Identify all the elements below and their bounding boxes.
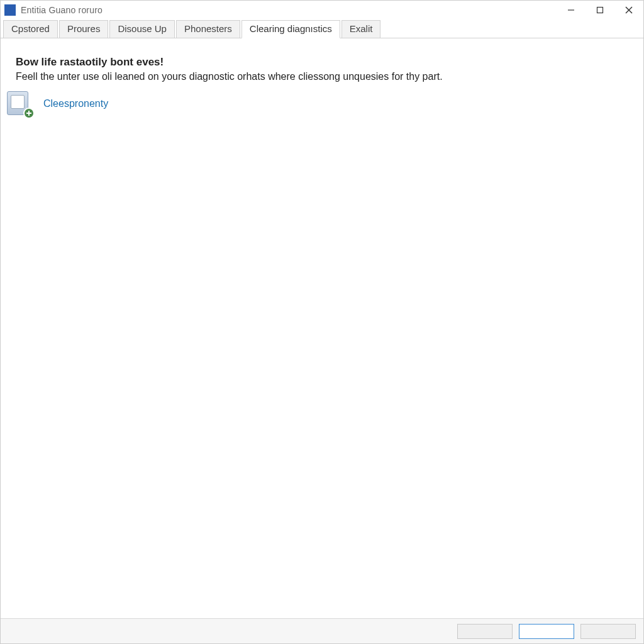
footer-button-2[interactable] bbox=[519, 624, 574, 639]
tab-disouse-up[interactable]: Disouse Up bbox=[109, 20, 175, 38]
close-button[interactable] bbox=[614, 1, 643, 19]
minimize-button[interactable] bbox=[557, 1, 586, 19]
window-frame: Entitia Guano roruro Cpstored Proures Di… bbox=[0, 0, 644, 644]
tab-cpstored[interactable]: Cpstored bbox=[3, 20, 58, 38]
svg-rect-1 bbox=[597, 8, 603, 13]
dialog-footer bbox=[1, 618, 643, 643]
tab-content: Bow life rastaotily bont eves! Feell the… bbox=[1, 38, 643, 618]
tab-label: Proures bbox=[67, 23, 101, 34]
tab-label: Clearing diagnıstics bbox=[250, 23, 332, 34]
tab-phonesters[interactable]: Phonesters bbox=[176, 20, 240, 38]
diagnostic-link[interactable]: Cleespronenty bbox=[43, 98, 108, 109]
minimize-icon bbox=[567, 6, 575, 14]
content-subtext: Feell the unter use oli leaned on yours … bbox=[16, 71, 628, 82]
window-controls bbox=[557, 1, 643, 19]
app-icon bbox=[4, 4, 16, 16]
diagnostic-package-icon bbox=[4, 89, 35, 119]
maximize-icon bbox=[596, 6, 604, 14]
tab-label: Disouse Up bbox=[118, 23, 167, 34]
tab-exalit[interactable]: Exalit bbox=[341, 20, 381, 38]
tab-label: Exalit bbox=[350, 23, 373, 34]
diagnostic-link-row: Cleespronenty bbox=[4, 89, 628, 119]
window-title: Entitia Guano roruro bbox=[21, 5, 557, 15]
footer-button-3[interactable] bbox=[580, 624, 636, 639]
tab-proures[interactable]: Proures bbox=[59, 20, 109, 38]
tab-label: Cpstored bbox=[11, 23, 50, 34]
footer-button-1[interactable] bbox=[457, 624, 513, 639]
tab-strip: Cpstored Proures Disouse Up Phonesters C… bbox=[1, 19, 643, 38]
maximize-button[interactable] bbox=[586, 1, 614, 19]
close-icon bbox=[625, 6, 633, 14]
tab-clearing-diagnostics[interactable]: Clearing diagnıstics bbox=[242, 20, 340, 38]
content-heading: Bow life rastaotily bont eves! bbox=[16, 56, 628, 69]
titlebar: Entitia Guano roruro bbox=[1, 1, 643, 19]
tab-label: Phonesters bbox=[184, 23, 232, 34]
